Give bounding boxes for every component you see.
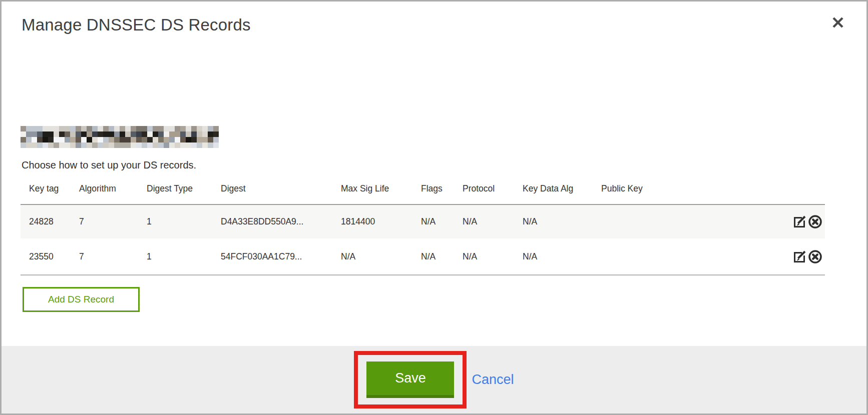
table-row: 24828 7 1 D4A33E8DD550A9... 1814400 N/A …: [21, 204, 825, 238]
table-row: 23550 7 1 54FCF030AA1C79... N/A N/A N/A …: [21, 238, 825, 275]
cell-algorithm: 7: [79, 238, 147, 275]
edit-record-icon[interactable]: [792, 214, 807, 230]
cell-algorithm: 7: [79, 204, 147, 238]
cell-key-tag: 23550: [21, 238, 79, 275]
cell-protocol: N/A: [463, 204, 523, 238]
modal-footer: Save Cancel: [2, 346, 866, 414]
page-title: Manage DNSSEC DS Records: [22, 16, 251, 34]
cell-flags: N/A: [421, 238, 463, 275]
cell-key-data-alg: N/A: [523, 238, 601, 275]
annotation-highlight-box: Save: [354, 351, 467, 408]
cell-digest-type: 1: [147, 204, 221, 238]
header-algorithm: Algorithm: [79, 178, 147, 204]
cell-max-sig-life: N/A: [341, 238, 421, 275]
header-key-data-alg: Key Data Alg: [523, 178, 601, 204]
cell-flags: N/A: [421, 204, 463, 238]
header-digest: Digest: [221, 178, 341, 204]
header-actions: [701, 178, 825, 204]
cell-key-tag: 24828: [21, 204, 79, 238]
cancel-link[interactable]: Cancel: [472, 372, 514, 388]
save-button[interactable]: Save: [366, 362, 454, 398]
header-public-key: Public Key: [601, 178, 701, 204]
row-actions: [701, 238, 825, 275]
table-header-row: Key tag Algorithm Digest Type Digest Max…: [21, 178, 825, 204]
cell-digest: 54FCF030AA1C79...: [221, 238, 341, 275]
close-icon: [831, 16, 844, 30]
cell-max-sig-life: 1814400: [341, 204, 421, 238]
delete-record-icon[interactable]: [807, 249, 823, 264]
cell-digest: D4A33E8DD550A9...: [221, 204, 341, 238]
edit-record-icon[interactable]: [792, 249, 807, 264]
header-digest-type: Digest Type: [147, 178, 221, 204]
cell-digest-type: 1: [147, 238, 221, 275]
cell-protocol: N/A: [463, 238, 523, 275]
redacted-domain-name: [21, 126, 219, 148]
cell-public-key: [601, 204, 701, 238]
cell-key-data-alg: N/A: [523, 204, 601, 238]
row-actions: [701, 204, 825, 238]
close-button[interactable]: [830, 16, 845, 30]
header-max-sig-life: Max Sig Life: [341, 178, 421, 204]
ds-records-table: Key tag Algorithm Digest Type Digest Max…: [21, 178, 825, 276]
instruction-text: Choose how to set up your DS records.: [22, 160, 196, 171]
cell-public-key: [601, 238, 701, 275]
header-protocol: Protocol: [463, 178, 523, 204]
delete-record-icon[interactable]: [807, 214, 823, 230]
add-ds-record-button[interactable]: Add DS Record: [23, 287, 140, 312]
header-flags: Flags: [421, 178, 463, 204]
manage-dnssec-modal: Manage DNSSEC DS Records Choose how to s…: [0, 0, 868, 415]
header-key-tag: Key tag: [21, 178, 79, 204]
